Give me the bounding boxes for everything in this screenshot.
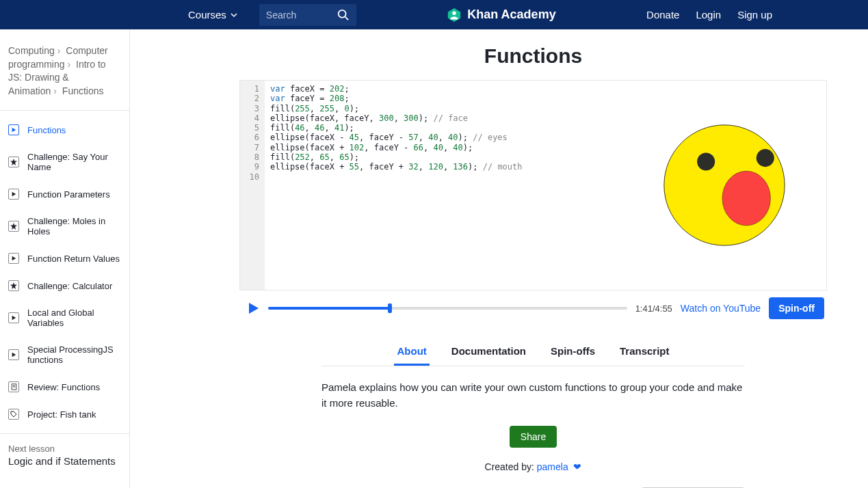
lesson-item[interactable]: Function Return Values	[0, 245, 129, 272]
video-controls: 1:41/4:55 Watch on YouTube Spin-off	[239, 290, 827, 325]
main-content: Functions 1 2 3 4 5 6 7 8 9 10 var faceX…	[130, 29, 868, 488]
tab-documentation[interactable]: Documentation	[449, 338, 529, 366]
lesson-label: Project: Fish tank	[27, 409, 96, 420]
chevron-down-icon	[231, 12, 237, 18]
lesson-item[interactable]: Local and Global Variables	[0, 299, 129, 336]
play-icon	[8, 253, 19, 264]
next-lesson-label: Next lesson	[8, 444, 121, 454]
lesson-item[interactable]: Review: Functions	[0, 373, 129, 401]
svg-point-0	[339, 10, 346, 17]
lesson-label: Function Return Values	[27, 254, 120, 264]
search-placeholder: Search	[266, 10, 337, 21]
svg-point-3	[453, 11, 457, 15]
heart-icon: ❤	[571, 461, 582, 472]
about-description: Pamela explains how you can write your o…	[321, 380, 745, 411]
breadcrumb: Computing› Computer programming› Intro t…	[0, 38, 129, 110]
tab-about[interactable]: About	[394, 338, 429, 366]
play-icon	[8, 124, 19, 135]
lesson-label: Review: Functions	[27, 382, 100, 392]
lesson-item[interactable]: Special ProcessingJS functions	[0, 336, 129, 373]
share-button[interactable]: Share	[510, 426, 557, 448]
lesson-item[interactable]: Function Parameters	[0, 180, 129, 208]
spinoff-button[interactable]: Spin-off	[769, 297, 824, 319]
svg-point-10	[722, 171, 771, 226]
signup-link[interactable]: Sign up	[737, 9, 772, 21]
face-drawing	[646, 107, 803, 264]
watch-youtube-link[interactable]: Watch on YouTube	[681, 303, 761, 314]
lesson-label: Special ProcessingJS functions	[27, 344, 121, 365]
lesson-item[interactable]: Challenge: Calculator	[0, 272, 129, 299]
search-input[interactable]: Search	[259, 4, 356, 26]
play-button[interactable]	[246, 301, 260, 315]
editor-panel: 1 2 3 4 5 6 7 8 9 10 var faceX = 202; va…	[239, 80, 827, 290]
lesson-label: Challenge: Say Your Name	[27, 152, 121, 172]
play-icon	[8, 312, 19, 323]
svg-line-1	[345, 16, 349, 20]
output-canvas	[622, 81, 826, 290]
tab-transcript[interactable]: Transcript	[617, 338, 672, 366]
brand-home[interactable]: Khan Academy	[356, 8, 646, 23]
time-display: 1:41/4:55	[635, 303, 672, 314]
sidebar: Computing› Computer programming› Intro t…	[0, 29, 130, 488]
tab-spin-offs[interactable]: Spin-offs	[548, 338, 598, 366]
next-lesson[interactable]: Next lesson Logic and if Statements	[0, 433, 129, 476]
lessons-list: FunctionsChallenge: Say Your NameFunctio…	[0, 111, 129, 433]
crumb-3[interactable]: Functions	[62, 85, 104, 96]
code-editor[interactable]: var faceX = 202; var faceY = 208; fill(2…	[265, 81, 622, 290]
star-icon	[8, 157, 19, 167]
lesson-item[interactable]: Functions	[0, 116, 129, 144]
lesson-label: Functions	[27, 125, 66, 135]
top-nav: Courses Search Khan Academy Donate Login…	[0, 0, 868, 29]
courses-dropdown[interactable]: Courses	[188, 9, 237, 21]
page-title: Functions	[239, 44, 827, 68]
crumb-0[interactable]: Computing	[8, 45, 55, 56]
lesson-item[interactable]: Project: Fish tank	[0, 401, 129, 428]
play-icon	[8, 349, 19, 360]
lesson-item[interactable]: Challenge: Say Your Name	[0, 144, 129, 180]
next-lesson-title: Logic and if Statements	[8, 455, 121, 467]
courses-label: Courses	[188, 9, 226, 21]
line-gutter: 1 2 3 4 5 6 7 8 9 10	[240, 81, 265, 290]
lesson-label: Challenge: Moles in Holes	[27, 216, 121, 236]
tabs: AboutDocumentationSpin-offsTranscript	[321, 338, 745, 366]
author-link[interactable]: pamela	[537, 461, 568, 472]
khan-logo-icon	[447, 8, 462, 23]
doc-icon	[8, 381, 19, 392]
tag-icon	[8, 409, 19, 420]
star-icon	[8, 221, 19, 232]
donate-link[interactable]: Donate	[646, 9, 679, 21]
lesson-label: Function Parameters	[27, 189, 110, 200]
search-icon	[337, 9, 350, 21]
play-icon	[8, 189, 19, 200]
brand-text: Khan Academy	[467, 8, 555, 22]
lesson-item[interactable]: Challenge: Moles in Holes	[0, 208, 129, 245]
lesson-label: Challenge: Calculator	[27, 281, 112, 291]
lesson-label: Local and Global Variables	[27, 308, 121, 328]
login-link[interactable]: Login	[696, 9, 721, 21]
svg-point-9	[757, 149, 774, 167]
created-by: Created by: pamela ❤	[239, 461, 827, 472]
svg-point-8	[697, 152, 715, 170]
progress-bar[interactable]	[268, 307, 627, 310]
star-icon	[8, 280, 19, 291]
